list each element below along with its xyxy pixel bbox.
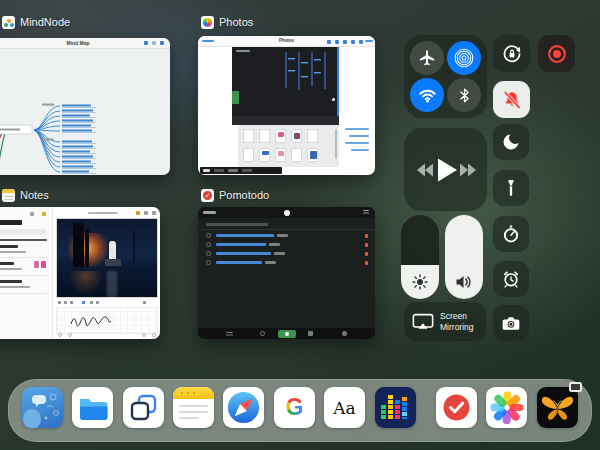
bell-slash-icon xyxy=(501,89,523,111)
thumbnail-grid xyxy=(238,125,339,167)
dock-app-safari[interactable] xyxy=(223,387,264,428)
playback-controls xyxy=(414,157,478,183)
task-text xyxy=(216,243,266,246)
checkbox[interactable] xyxy=(206,251,211,256)
dock-app-pixel-stats[interactable] xyxy=(375,387,416,428)
dock-app-butterfly-recent[interactable] xyxy=(537,387,578,428)
photo-scrubber xyxy=(200,167,282,174)
brightness-slider[interactable] xyxy=(401,215,439,299)
screen-mirroring-button[interactable]: Screen Mirroring xyxy=(404,302,486,341)
app-label-mindnode: MindNode xyxy=(2,15,70,29)
note-item-title[interactable] xyxy=(0,262,14,265)
pomotodo-app-icon: ✓ xyxy=(201,189,214,202)
photos-app-icon xyxy=(201,16,214,29)
markup-icon xyxy=(136,211,140,215)
task-row[interactable] xyxy=(198,240,375,249)
tab-timer-icon[interactable] xyxy=(260,331,265,336)
files-folder-icon xyxy=(72,387,113,428)
divider xyxy=(0,293,47,294)
airplane-icon xyxy=(418,49,436,67)
do-not-disturb-button[interactable] xyxy=(493,124,529,160)
timer-button[interactable] xyxy=(493,216,529,252)
task-row[interactable] xyxy=(198,231,375,240)
menu-icon xyxy=(363,210,369,211)
notes-sidebar xyxy=(0,207,53,339)
bluetooth-toggle[interactable] xyxy=(447,78,481,112)
app-card-mindnode[interactable]: Mind Map xyxy=(0,38,170,175)
checkbox[interactable] xyxy=(206,233,211,238)
compose-icon xyxy=(42,212,46,216)
note-item-title[interactable] xyxy=(0,245,18,248)
dock-app-notes[interactable] xyxy=(173,387,214,428)
bluetooth-icon xyxy=(456,87,473,104)
header-text xyxy=(203,211,216,214)
wifi-toggle[interactable] xyxy=(410,78,444,112)
task-tag xyxy=(265,261,276,264)
checkbox[interactable] xyxy=(206,260,211,265)
note-thumbnail xyxy=(34,261,39,268)
page-icon xyxy=(152,333,156,337)
note-date xyxy=(88,212,118,214)
tab-list-icon[interactable] xyxy=(226,332,233,333)
app-card-pomotodo[interactable] xyxy=(198,207,375,339)
dock-app-pomotodo-recent[interactable] xyxy=(436,387,477,428)
dock-app-photos-recent[interactable] xyxy=(486,387,527,428)
new-task-input[interactable] xyxy=(206,223,268,226)
volume-slider[interactable] xyxy=(445,215,483,299)
play-icon xyxy=(438,158,457,181)
airdrop-toggle[interactable] xyxy=(447,41,481,75)
camera-icon xyxy=(501,313,521,333)
task-tag xyxy=(277,234,288,237)
silent-mode-button[interactable] xyxy=(493,81,530,118)
dock-app-fonts[interactable]: Aa xyxy=(324,387,365,428)
task-row[interactable] xyxy=(198,258,375,267)
timer-icon xyxy=(501,224,521,244)
dock-app-blue-doodle[interactable] xyxy=(22,387,63,428)
pixel-bars-icon xyxy=(375,387,416,428)
dock-app-copied[interactable] xyxy=(123,387,164,428)
info-icon xyxy=(335,40,339,44)
record-icon xyxy=(546,43,568,65)
airplane-mode-toggle[interactable] xyxy=(410,41,444,75)
task-row[interactable] xyxy=(198,249,375,258)
dock-app-google[interactable]: G xyxy=(274,387,315,428)
tab-stats-icon[interactable] xyxy=(308,331,313,336)
flashlight-button[interactable] xyxy=(493,170,529,206)
screen-recording-button[interactable] xyxy=(538,35,575,72)
pomotodo-check-icon xyxy=(436,387,477,428)
search-field[interactable] xyxy=(0,229,47,235)
edit-link xyxy=(365,40,373,43)
tool-icon xyxy=(70,301,73,304)
app-card-photos[interactable]: Photos xyxy=(198,36,375,175)
tool-icon xyxy=(58,301,61,304)
camera-button[interactable] xyxy=(493,305,529,341)
google-g-icon: G xyxy=(286,394,304,421)
tool-icon xyxy=(90,301,93,304)
brightness-sun-icon xyxy=(412,274,428,290)
photos-toolbar: Photos xyxy=(198,36,375,47)
alarm-button[interactable] xyxy=(493,261,529,297)
alarm-clock-icon xyxy=(501,269,521,289)
tab-pomodoro-active[interactable] xyxy=(278,330,296,338)
app-label-text: Notes xyxy=(20,189,49,201)
note-sketch-area xyxy=(56,307,158,334)
mindnode-app-icon xyxy=(2,16,15,29)
tool-icon xyxy=(96,301,99,304)
note-item-title[interactable] xyxy=(0,280,22,283)
trash-icon xyxy=(343,40,347,44)
checkbox[interactable] xyxy=(206,242,211,247)
rotation-lock-button[interactable] xyxy=(493,35,530,72)
task-tag xyxy=(274,252,285,255)
tab-profile-icon[interactable] xyxy=(342,331,347,336)
flag-icon xyxy=(365,261,369,265)
blue-doodle-icon xyxy=(22,387,63,428)
zoom-icon xyxy=(142,333,146,337)
sidebar-link xyxy=(345,128,369,130)
butterfly-icon xyxy=(537,387,578,428)
moon-icon xyxy=(501,132,521,152)
dock-app-files[interactable] xyxy=(72,387,113,428)
task-text xyxy=(216,234,274,237)
fast-forward-icon xyxy=(460,163,468,176)
app-card-notes[interactable] xyxy=(0,207,160,339)
wifi-icon xyxy=(418,86,437,105)
